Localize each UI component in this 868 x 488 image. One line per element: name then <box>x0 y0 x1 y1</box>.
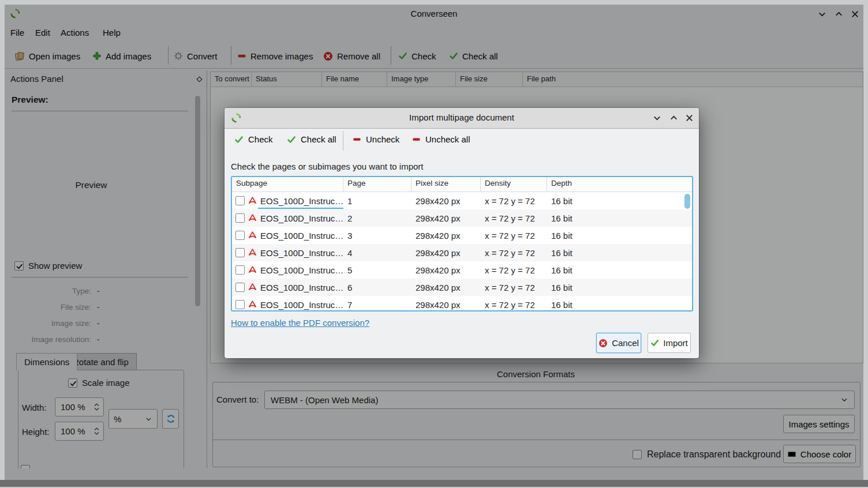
menu-file[interactable]: File <box>10 28 24 37</box>
column-header[interactable]: File path <box>523 72 863 87</box>
add-images-button[interactable]: Add images <box>92 50 151 62</box>
tab-dimensions[interactable]: Dimensions <box>16 353 77 370</box>
spinner-arrows-icon[interactable] <box>93 403 103 411</box>
panel-scrollbar[interactable] <box>195 96 200 306</box>
cancel-button[interactable]: Cancel <box>596 333 641 353</box>
page-row[interactable]: EOS_100D_Instruc… 1 298x420 px x = 72 y … <box>232 192 692 209</box>
dialog-uncheck-button[interactable]: Uncheck <box>353 134 399 144</box>
maximize-icon[interactable] <box>834 9 844 19</box>
unit-combobox[interactable]: % <box>108 409 158 429</box>
column-header[interactable]: Status <box>252 72 322 87</box>
dialog-check-all-button[interactable]: Check all <box>287 134 336 144</box>
focused-cell-underline <box>258 208 343 209</box>
column-header[interactable]: Page <box>343 177 411 192</box>
open-images-button[interactable]: Open images <box>14 50 80 62</box>
minimize-icon[interactable] <box>652 113 662 123</box>
page-number: 3 <box>343 231 411 241</box>
choose-color-button[interactable]: Choose color <box>783 445 856 463</box>
main-titlebar[interactable]: Converseen <box>5 5 863 23</box>
info-row: File size: - <box>5 299 189 315</box>
menu-help[interactable]: Help <box>103 28 121 37</box>
dialog-uncheck-all-button[interactable]: Uncheck all <box>412 134 470 144</box>
density: x = 72 y = 72 <box>481 196 547 206</box>
column-header[interactable]: File size <box>456 72 523 87</box>
row-checkbox-unchecked[interactable] <box>235 300 245 309</box>
images-settings-button[interactable]: Images settings <box>783 415 855 433</box>
page-row[interactable]: EOS_100D_Instruc… 5 298x420 px x = 72 y … <box>232 261 692 279</box>
info-row: Image resolution: - <box>5 331 189 347</box>
column-header[interactable]: To convert <box>211 72 252 87</box>
page-row[interactable]: EOS_100D_Instruc… 7 298x420 px x = 72 y … <box>232 296 692 311</box>
bottom-strip <box>0 480 868 487</box>
page-row[interactable]: EOS_100D_Instruc… 3 298x420 px x = 72 y … <box>232 227 692 244</box>
check-all-icon <box>449 51 458 61</box>
check-button[interactable]: Check <box>398 50 436 62</box>
column-header[interactable]: File name <box>322 72 387 87</box>
row-checkbox-unchecked[interactable] <box>235 231 245 240</box>
scale-image-checkbox[interactable]: Scale image <box>68 378 130 388</box>
convert-gear-icon <box>174 51 183 61</box>
link-dimensions-button[interactable] <box>162 409 179 429</box>
menu-edit[interactable]: Edit <box>35 28 50 37</box>
menubar: File Edit Actions Help <box>5 24 863 43</box>
dialog-check-button[interactable]: Check <box>234 134 273 144</box>
subpage-name: EOS_100D_Instruc… <box>260 248 343 258</box>
subpage-name: EOS_100D_Instruc… <box>260 213 343 223</box>
depth: 16 bit <box>547 213 692 223</box>
column-header[interactable]: Image type <box>387 72 456 87</box>
maximize-icon[interactable] <box>669 113 679 123</box>
width-label: Width: <box>22 403 47 412</box>
uncheck-icon <box>353 135 361 144</box>
height-label: Height: <box>22 427 50 437</box>
column-header[interactable]: Density <box>481 177 547 192</box>
dialog-titlebar[interactable]: Import multipage document <box>225 108 699 129</box>
info-value: - <box>97 319 100 328</box>
check-icon <box>398 51 407 61</box>
page-row[interactable]: EOS_100D_Instruc… 2 298x420 px x = 72 y … <box>232 209 692 227</box>
row-checkbox-unchecked[interactable] <box>235 265 245 275</box>
spinner-arrows-icon[interactable] <box>93 427 103 436</box>
info-label: Type: <box>5 287 91 295</box>
table-scrollbar[interactable] <box>684 194 690 209</box>
replace-bg-checkbox[interactable]: Replace transparent background <box>633 449 781 460</box>
depth: 16 bit <box>547 196 692 206</box>
row-checkbox-unchecked[interactable] <box>235 213 245 223</box>
width-spinner[interactable]: 100 % <box>55 397 104 416</box>
image-info-list: Type: - File size: - Image size: - Image… <box>5 283 189 347</box>
import-button[interactable]: Import <box>648 333 691 353</box>
divider <box>12 111 188 111</box>
column-header[interactable]: Subpage <box>232 177 343 192</box>
row-checkbox-unchecked[interactable] <box>235 283 245 292</box>
page-number: 6 <box>343 283 411 292</box>
convert-button[interactable]: Convert <box>174 50 218 62</box>
check-all-button[interactable]: Check all <box>449 50 498 62</box>
remove-all-button[interactable]: Remove all <box>323 50 380 62</box>
row-checkbox-unchecked[interactable] <box>235 248 245 257</box>
column-header[interactable]: Depth <box>547 177 692 192</box>
depth: 16 bit <box>547 265 692 275</box>
minimize-icon[interactable] <box>817 9 827 19</box>
pages-table[interactable]: SubpagePagePixel sizeDensityDepth EOS_10… <box>231 176 693 311</box>
column-header[interactable]: Pixel size <box>411 177 481 192</box>
pdf-icon <box>248 266 257 275</box>
menu-actions[interactable]: Actions <box>61 28 89 37</box>
subpage-name: EOS_100D_Instruc… <box>260 231 343 241</box>
page-row[interactable]: EOS_100D_Instruc… 6 298x420 px x = 72 y … <box>232 279 692 296</box>
partial-checkbox[interactable] <box>21 465 30 468</box>
format-combobox[interactable]: WEBM - (Open Web Media) <box>264 391 855 409</box>
page-row[interactable]: EOS_100D_Instruc… 4 298x420 px x = 72 y … <box>232 244 692 261</box>
pdf-help-link[interactable]: How to enable the PDF conversion? <box>231 318 369 328</box>
close-icon[interactable] <box>850 9 860 19</box>
show-preview-checkbox[interactable]: Show preview <box>14 261 82 271</box>
info-row: Type: - <box>5 283 189 299</box>
color-swatch-icon <box>788 450 796 459</box>
toolbar-separator <box>343 131 343 151</box>
height-spinner[interactable]: 100 % <box>55 422 104 441</box>
pixel-size: 298x420 px <box>411 300 481 310</box>
close-icon[interactable] <box>684 113 694 123</box>
open-images-icon <box>14 51 25 61</box>
row-checkbox-unchecked[interactable] <box>235 196 245 205</box>
float-panel-icon[interactable] <box>195 75 204 84</box>
remove-images-button[interactable]: Remove images <box>237 50 313 62</box>
info-value: - <box>97 335 100 344</box>
